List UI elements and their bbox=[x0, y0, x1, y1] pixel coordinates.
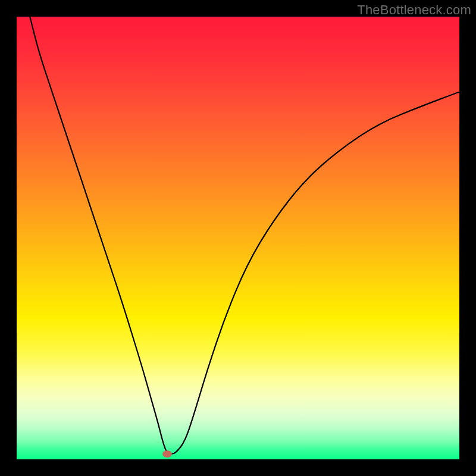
chart-container: TheBottleneck.com bbox=[0, 0, 476, 476]
bottleneck-curve bbox=[17, 17, 459, 459]
plot-area bbox=[17, 17, 459, 459]
optimal-point-marker bbox=[162, 450, 172, 458]
watermark-text: TheBottleneck.com bbox=[357, 2, 471, 18]
